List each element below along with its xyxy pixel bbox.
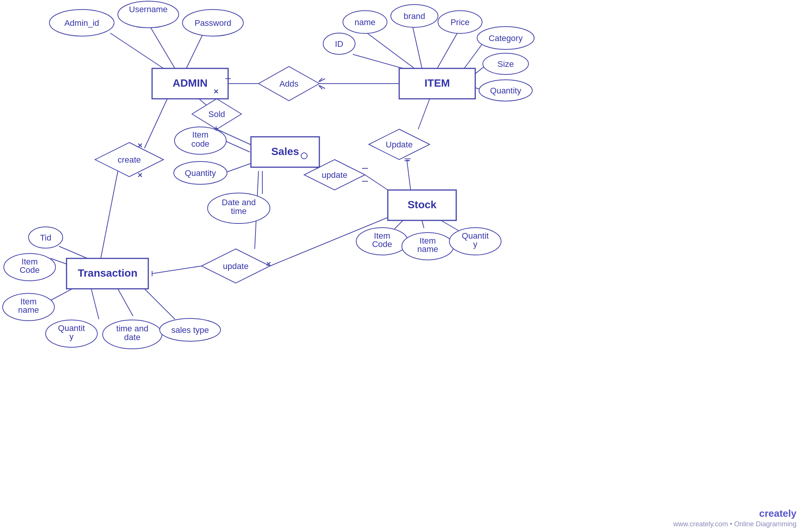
stock-label: Stock [408,199,437,211]
svg-line-26 [152,266,202,274]
svg-line-2 [186,33,203,68]
attr-sales-type-trans-label: sales type [171,325,209,335]
create-label: create [117,155,141,165]
svg-text:×: × [138,141,143,150]
attr-tid-label: Tid [40,233,51,242]
sales-label: Sales [271,146,299,157]
attr-item-code-sales-label2: code [191,139,209,149]
svg-line-5 [437,32,458,68]
svg-line-31 [91,289,99,319]
transaction-label: Transaction [78,267,137,279]
svg-line-15 [224,163,251,173]
attr-username-label: Username [129,5,167,14]
svg-text:×: × [214,87,219,96]
attr-category-label: Category [489,33,522,43]
attr-price-label: Price [451,17,470,27]
item-label: ITEM [425,77,450,89]
watermark: creately [759,508,797,519]
attr-item-code-trans-label2: Code [20,265,40,275]
adds-label: Adds [279,79,298,89]
attr-name-label: name [354,17,375,27]
svg-line-0 [110,33,163,68]
attr-item-name-trans-label2: name [18,305,39,315]
attr-password-label: Password [195,18,232,28]
update-label: Update [386,140,413,149]
attr-timedate-trans-label2: date [124,332,141,342]
svg-line-4 [413,26,422,68]
attr-item-code-stock-label2: Code [372,239,392,249]
attr-item-code-sales-label: Item [192,130,209,139]
attr-brand-label: brand [404,11,425,21]
attr-datetime-sales-label: Date and [222,198,255,207]
attr-datetime-sales-label2: time [231,206,247,216]
svg-text:×: × [138,170,143,180]
update3-label: update [223,261,248,271]
svg-text:×: × [266,259,271,269]
attr-admin-id-label: Admin_id [64,18,99,28]
svg-line-1 [148,24,175,68]
attr-item-name-stock-label2: name [417,244,438,254]
sold-label: Sold [208,109,225,119]
admin-label: ADMIN [173,77,208,89]
svg-line-32 [118,289,133,316]
watermark-sub: www.creately.com • Online Diagramming [673,520,796,528]
attr-id-label: ID [335,39,343,49]
attr-timedate-trans-label: time and [116,324,148,333]
svg-line-20 [407,160,411,190]
attr-quantity-trans-label2: y [70,332,74,341]
svg-line-28 [59,246,87,258]
svg-line-17 [144,99,167,148]
svg-line-18 [101,171,118,258]
update2-label: update [322,170,347,180]
svg-line-3 [365,32,414,68]
svg-line-19 [418,99,430,129]
svg-text:+: + [214,124,219,133]
svg-point-49 [301,153,307,159]
attr-quantity-stock-label2: y [473,239,478,249]
attr-size-label: Size [498,59,514,69]
svg-line-24 [422,220,424,228]
attr-quantity-item-label: Quantity [490,86,521,95]
svg-line-33 [144,289,175,319]
svg-line-6 [353,54,403,68]
attr-quantity-sales-label: Quantity [185,168,216,178]
